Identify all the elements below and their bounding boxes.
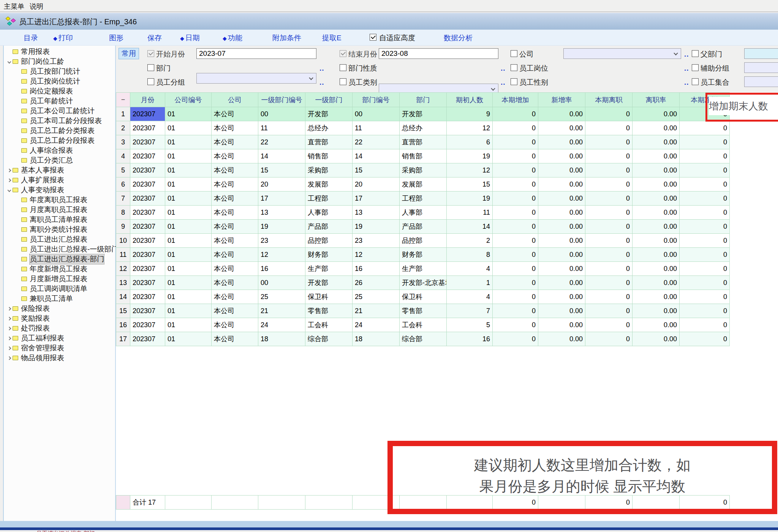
table-cell[interactable]: 01: [165, 262, 212, 276]
sidebar-item[interactable]: 年度离职员工报表: [4, 195, 115, 205]
table-cell[interactable]: 25: [353, 290, 400, 304]
table-cell[interactable]: 0: [585, 177, 633, 192]
table-cell[interactable]: 18: [353, 332, 400, 346]
table-cell[interactable]: 0: [585, 135, 633, 149]
collapse-arrow-icon[interactable]: [6, 307, 13, 310]
table-cell[interactable]: 0.00: [633, 149, 680, 163]
table-cell[interactable]: 开发部: [400, 107, 447, 121]
dept-nature-browse-dots[interactable]: ..: [501, 64, 506, 73]
sidebar-item[interactable]: 员工进出汇总报表-部门: [4, 254, 115, 264]
table-cell[interactable]: 零售部: [305, 304, 353, 318]
table-cell[interactable]: 0: [493, 290, 538, 304]
sidebar-item[interactable]: 月度离职员工报表: [4, 205, 115, 215]
column-header[interactable]: 一级部门: [305, 93, 353, 107]
column-header[interactable]: 公司: [212, 93, 258, 107]
sidebar-item[interactable]: 员工进出汇总报表: [4, 234, 115, 244]
table-cell[interactable]: 0.00: [633, 192, 680, 206]
table-cell[interactable]: 202307: [130, 262, 165, 276]
table-cell[interactable]: 零售部: [400, 304, 447, 318]
sidebar-item[interactable]: 基本人事报表: [4, 165, 115, 175]
table-cell[interactable]: 本公司: [212, 107, 258, 121]
sidebar-item[interactable]: 员工分类汇总: [4, 155, 115, 165]
table-cell[interactable]: 0: [585, 304, 633, 318]
table-cell[interactable]: 0: [493, 220, 538, 234]
table-cell[interactable]: 本公司: [212, 192, 258, 206]
table-cell[interactable]: 11: [258, 121, 305, 135]
sidebar-item[interactable]: 部门岗位工龄: [4, 57, 115, 66]
table-cell[interactable]: 0: [493, 234, 538, 248]
table-cell[interactable]: 202307: [130, 276, 165, 290]
sidebar-item[interactable]: 奖励报表: [4, 314, 115, 323]
emp-group-checkbox[interactable]: [147, 78, 154, 85]
table-cell[interactable]: 本公司: [212, 177, 258, 192]
table-cell[interactable]: 01: [165, 234, 212, 248]
table-cell[interactable]: 0: [680, 192, 730, 206]
column-header[interactable]: 本期离职: [585, 93, 633, 107]
table-cell[interactable]: 23: [258, 234, 305, 248]
sidebar-item[interactable]: 月度新增员工报表: [4, 274, 115, 284]
table-cell[interactable]: 0: [585, 318, 633, 332]
table-cell[interactable]: 0: [493, 304, 538, 318]
table-cell[interactable]: 0: [585, 220, 633, 234]
table-cell[interactable]: 01: [165, 107, 212, 121]
menu-item-main[interactable]: 主菜单: [4, 2, 24, 11]
table-cell[interactable]: 15: [353, 163, 400, 177]
collapse-arrow-icon[interactable]: [6, 357, 13, 359]
table-cell[interactable]: 0: [680, 149, 730, 163]
table-cell[interactable]: 20: [258, 177, 305, 192]
table-cell[interactable]: 0: [493, 318, 538, 332]
emp-set-input[interactable]: [744, 76, 778, 87]
company-checkbox[interactable]: [511, 50, 517, 57]
table-cell[interactable]: 00: [258, 107, 305, 121]
column-header[interactable]: 部门编号: [353, 93, 400, 107]
table-cell[interactable]: 13: [353, 206, 400, 220]
table-cell[interactable]: 0: [493, 332, 538, 346]
table-cell[interactable]: 0: [585, 149, 633, 163]
table-cell[interactable]: 0.00: [538, 332, 585, 346]
row-number-cell[interactable]: 8: [116, 206, 130, 220]
collapse-arrow-icon[interactable]: [6, 327, 13, 330]
emp-category-browse-dots[interactable]: ..: [501, 78, 506, 87]
table-cell[interactable]: 工程部: [305, 192, 353, 206]
table-cell[interactable]: 0.00: [538, 135, 585, 149]
table-cell[interactable]: 生产部: [305, 262, 353, 276]
emp-gender-checkbox[interactable]: [511, 78, 517, 85]
table-cell[interactable]: 0: [680, 248, 730, 262]
table-cell[interactable]: 工会科: [305, 318, 353, 332]
table-cell[interactable]: 2: [447, 234, 493, 248]
table-cell[interactable]: 0.00: [538, 121, 585, 135]
table-cell[interactable]: 0: [493, 163, 538, 177]
table-cell[interactable]: 本公司: [212, 304, 258, 318]
table-cell[interactable]: 202307: [130, 234, 165, 248]
table-cell[interactable]: 0.00: [633, 206, 680, 220]
menu-item-help[interactable]: 说明: [30, 2, 43, 11]
dept-nature-dropdown[interactable]: [379, 84, 498, 92]
table-cell[interactable]: 11: [447, 206, 493, 220]
table-cell[interactable]: 发展部: [400, 177, 447, 192]
table-cell[interactable]: 01: [165, 177, 212, 192]
table-cell[interactable]: 19: [447, 149, 493, 163]
table-cell[interactable]: 01: [165, 121, 212, 135]
table-cell[interactable]: 17: [353, 192, 400, 206]
table-cell[interactable]: 综合部: [400, 332, 447, 346]
table-cell[interactable]: 01: [165, 149, 212, 163]
table-cell[interactable]: 202307: [130, 206, 165, 220]
sidebar-item[interactable]: 员工福利报表: [4, 333, 115, 343]
start-month-input[interactable]: 2023-07: [196, 48, 316, 59]
table-cell[interactable]: 0: [680, 234, 730, 248]
table-cell[interactable]: 0: [585, 107, 633, 121]
corner-header-cell[interactable]: −: [116, 93, 130, 107]
table-cell[interactable]: 开发部: [305, 276, 353, 290]
table-cell[interactable]: 23: [353, 234, 400, 248]
table-cell[interactable]: 财务部: [305, 248, 353, 262]
sidebar-item[interactable]: 人事扩展报表: [4, 175, 115, 185]
table-cell[interactable]: 15: [447, 177, 493, 192]
toolbar-graph-button[interactable]: 图形: [109, 33, 123, 43]
sidebar-item[interactable]: 员工总工龄分段报表: [4, 136, 115, 146]
table-cell[interactable]: 直营部: [400, 135, 447, 149]
sidebar-item[interactable]: 人事综合报表: [4, 146, 115, 155]
table-cell[interactable]: 0: [585, 192, 633, 206]
table-cell[interactable]: 0: [493, 121, 538, 135]
table-cell[interactable]: 01: [165, 304, 212, 318]
emp-group-browse-dots[interactable]: ..: [319, 78, 324, 87]
